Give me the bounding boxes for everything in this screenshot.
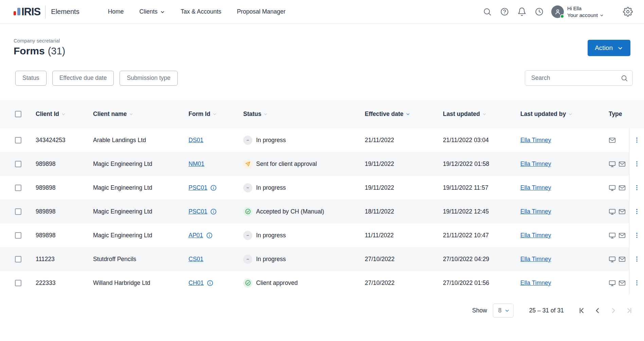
filter-chip-label: Submission type [127,74,170,82]
row-check-cell [0,280,36,286]
last-updated-by-link[interactable]: Ella Timney [520,160,551,168]
form-id-link[interactable]: AP01 [189,232,203,239]
last-updated-by-link[interactable]: Ella Timney [520,232,551,239]
row-checkbox[interactable] [15,137,21,143]
table-row: 989898 Magic Engineering Ltd NM01 Sent f… [0,152,644,176]
info-icon[interactable] [206,232,213,239]
row-checkbox[interactable] [15,232,21,239]
info-icon[interactable] [207,280,213,286]
nav-item-clients[interactable]: Clients [139,8,165,15]
kebab-icon [633,160,640,167]
cell-last-updated: 27/10/2022 01:56 [443,279,520,287]
chevron-down-icon [617,45,623,51]
page-header: Company secretarial Forms (31) Action [0,24,644,57]
account-greeting: Hi Ella [567,6,582,11]
topbar-right: Hi Ella Your account [475,5,633,18]
mail-icon [609,137,616,144]
table-row: 989898 Magic Engineering Ltd AP01 In pro… [0,223,644,247]
last-updated-by-link[interactable]: Ella Timney [520,184,551,191]
kebab-icon [633,184,640,191]
first-page-button[interactable] [578,307,586,314]
cell-last-updated: 19/11/2022 12:45 [443,208,520,215]
settings-gear-icon[interactable] [623,7,633,17]
cell-type [609,160,629,168]
row-checkbox[interactable] [15,208,21,215]
cell-last-updated-by: Ella Timney [520,279,609,287]
nav-item-tax-accounts[interactable]: Tax & Accounts [181,8,221,15]
filter-chip-submission-type[interactable]: Submission type [120,71,177,86]
form-id-link[interactable]: CS01 [189,256,203,263]
help-icon[interactable] [500,7,509,16]
status-label: In progress [256,256,286,263]
row-menu-button[interactable] [633,137,640,143]
chevron-down-icon [406,112,410,117]
nav-item-label: Proposal Manager [237,8,286,15]
chevron-down-icon [129,112,133,117]
cell-effective-date: 19/11/2022 [365,160,443,168]
row-actions-cell [629,271,644,295]
filter-chip-status[interactable]: Status [15,71,47,86]
form-id-link[interactable]: CH01 [189,279,204,287]
row-menu-button[interactable] [633,160,640,167]
account-menu[interactable]: Hi Ella Your account [551,5,604,18]
filter-chip-effective-due-date[interactable]: Effective due date [52,71,114,86]
column-header-form_id[interactable]: Form Id [189,110,243,118]
monitor-icon [609,184,616,191]
row-checkbox[interactable] [15,280,21,286]
last-updated-by-link[interactable]: Ella Timney [520,137,551,144]
column-header-last_updated_by[interactable]: Last updated by [520,110,609,118]
last-updated-by-link[interactable]: Ella Timney [520,279,551,287]
column-label: Last updated [443,110,480,118]
notifications-icon[interactable] [517,7,526,16]
last-updated-by-link[interactable]: Ella Timney [520,256,551,263]
page-title: Forms [14,45,45,57]
form-id-link[interactable]: NM01 [189,160,204,168]
column-header-last_updated[interactable]: Last updated [443,110,520,118]
previous-page-button[interactable] [594,307,602,314]
table-row: 989898 Magic Engineering Ltd PSC01 In pr… [0,176,644,200]
cell-client-id: 222333 [36,279,93,287]
column-header-effective_date[interactable]: Effective date [365,110,443,118]
avatar [551,5,564,18]
column-header-client_id[interactable]: Client Id [36,110,93,118]
page-size-select[interactable]: 8 [493,304,514,318]
last-page-button[interactable] [625,307,633,314]
row-menu-button[interactable] [633,208,640,215]
row-menu-button[interactable] [633,232,640,239]
status-label: In progress [256,184,286,191]
nav-item-home[interactable]: Home [108,8,124,15]
select-all-checkbox[interactable] [15,111,21,117]
nav-item-proposal-manager[interactable]: Proposal Manager [237,8,286,15]
form-id-link[interactable]: PSC01 [189,184,207,191]
column-header-client_name[interactable]: Client name [93,110,189,118]
status-minus-icon [243,136,252,145]
history-icon[interactable] [535,7,544,16]
row-checkbox[interactable] [15,161,21,167]
search-icon[interactable] [483,7,492,16]
column-label: Client name [93,110,127,118]
logo-text: IRIS [21,6,40,17]
chevron-down-icon [212,112,217,117]
cell-client-id: 989898 [36,208,93,215]
info-icon[interactable] [210,208,217,215]
action-button[interactable]: Action [588,40,630,56]
info-icon[interactable] [210,185,217,191]
cell-form-id: CS01 [189,256,243,263]
form-id-link[interactable]: DS01 [189,137,203,144]
row-menu-button[interactable] [633,184,640,191]
search-input[interactable] [525,70,633,86]
status-minus-icon [243,183,252,192]
row-checkbox[interactable] [15,256,21,262]
row-menu-button[interactable] [633,279,640,286]
info-icon [210,208,217,215]
row-menu-button[interactable] [633,256,640,262]
status-label: In progress [256,232,286,239]
status-label: Client approved [256,279,298,287]
column-header-status[interactable]: Status [243,110,365,118]
row-checkbox[interactable] [15,185,21,191]
last-updated-by-link[interactable]: Ella Timney [520,208,551,215]
form-id-link[interactable]: PSC01 [189,208,207,215]
kebab-icon [633,232,640,239]
next-page-button[interactable] [609,307,617,314]
account-text: Hi Ella Your account [567,5,604,18]
